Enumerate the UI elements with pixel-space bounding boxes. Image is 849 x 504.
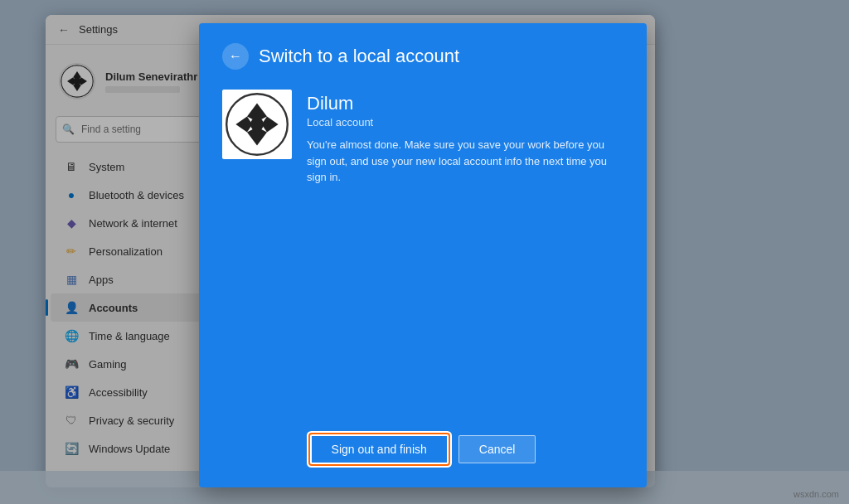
dialog-content: Dilum Local account You're almost done. …: [199, 83, 647, 421]
dialog-header: ← Switch to a local account: [199, 23, 647, 83]
dialog-description: You're almost done. Make sure you save y…: [307, 137, 623, 186]
dialog-spacer: [222, 199, 623, 405]
dialog-back-button[interactable]: ←: [222, 43, 249, 70]
dialog-user-type: Local account: [307, 116, 623, 128]
dialog-user-details: Dilum Local account You're almost done. …: [307, 90, 623, 186]
back-arrow-icon: ←: [229, 49, 242, 64]
dialog-avatar: [222, 90, 292, 159]
watermark: wsxdn.com: [793, 489, 839, 499]
dialog-footer: Sign out and finish Cancel: [199, 421, 647, 487]
svg-point-11: [250, 118, 264, 131]
switch-local-account-dialog: ← Switch to a local account Dilum Local …: [199, 23, 647, 487]
dialog-user-info: Dilum Local account You're almost done. …: [222, 90, 623, 186]
dialog-title: Switch to a local account: [259, 46, 459, 67]
sign-out-finish-button[interactable]: Sign out and finish: [310, 434, 449, 464]
dialog-user-name: Dilum: [307, 93, 623, 114]
cancel-button[interactable]: Cancel: [458, 435, 536, 463]
